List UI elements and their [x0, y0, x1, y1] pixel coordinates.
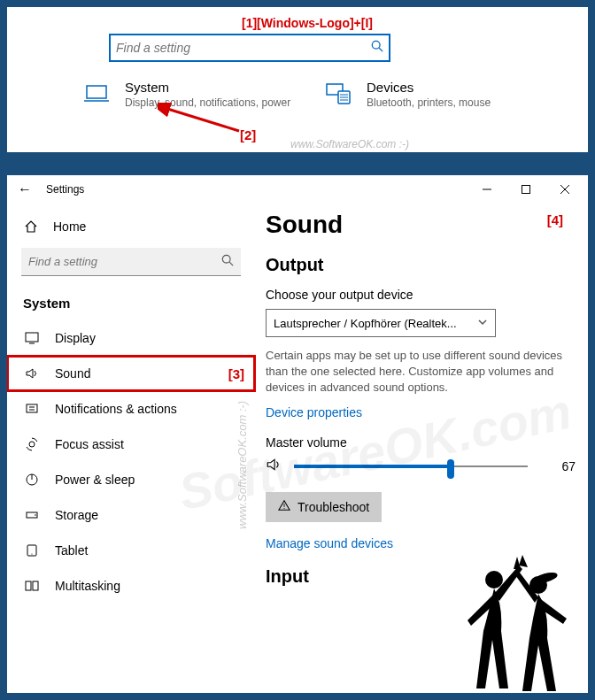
annotation-1: [1][Windows-Logo]+[I]: [242, 16, 373, 30]
svg-point-32: [485, 571, 503, 588]
annotation-3: [3]: [228, 366, 244, 381]
svg-rect-11: [522, 186, 530, 194]
category-title: System: [125, 80, 290, 95]
chevron-down-icon: [477, 317, 488, 330]
page-title: Sound: [266, 211, 576, 239]
sidebar-item-label: Multitasking: [55, 579, 120, 593]
power-icon: [23, 473, 41, 487]
multitasking-icon: [23, 579, 41, 593]
watermark-text: www.SoftwareOK.com :-): [290, 138, 409, 150]
maximize-button[interactable]: [506, 177, 545, 202]
sidebar: Home System Display Sound [3] Notificati…: [7, 204, 255, 693]
slider-thumb[interactable]: [447, 459, 454, 479]
svg-point-0: [372, 41, 380, 49]
speaker-icon: [266, 457, 282, 476]
volume-value: 67: [540, 459, 576, 473]
settings-window: ← Settings Home System: [7, 175, 588, 693]
sidebar-item-sound[interactable]: Sound [3]: [7, 356, 255, 391]
category-subtitle: Bluetooth, printers, mouse: [367, 96, 491, 111]
sidebar-item-notifications[interactable]: Notifications & actions: [7, 391, 255, 427]
settings-search-input[interactable]: [116, 41, 371, 55]
annotation-2: [2]: [240, 127, 256, 142]
close-button[interactable]: [545, 177, 584, 202]
back-button[interactable]: ←: [18, 181, 32, 197]
svg-rect-2: [87, 86, 106, 98]
window-title: Settings: [46, 183, 84, 196]
output-device-label: Choose your output device: [266, 288, 576, 302]
notifications-icon: [23, 402, 41, 416]
sidebar-item-focus[interactable]: Focus assist: [7, 427, 255, 462]
output-description: Certain apps may be set up to use differ…: [266, 348, 576, 396]
sidebar-item-tablet[interactable]: Tablet: [7, 533, 255, 568]
svg-line-1: [379, 48, 382, 51]
svg-rect-18: [27, 404, 37, 412]
sidebar-item-label: Notifications & actions: [55, 402, 177, 416]
sidebar-search-input[interactable]: [28, 255, 221, 268]
minimize-button[interactable]: [468, 177, 506, 202]
annotation-4: [4]: [547, 212, 563, 227]
svg-point-14: [222, 255, 230, 263]
svg-line-9: [165, 108, 239, 131]
display-icon: [23, 331, 41, 345]
sidebar-item-label: Display: [55, 331, 96, 345]
sidebar-item-power[interactable]: Power & sleep: [7, 462, 255, 497]
sidebar-home-label: Home: [53, 219, 86, 234]
search-icon: [371, 40, 383, 56]
watermark-vertical: www.SoftwareOK.com :-): [236, 401, 249, 529]
sidebar-item-multitasking[interactable]: Multitasking: [7, 568, 255, 604]
decorative-silhouette: [450, 542, 583, 693]
devices-icon: [322, 80, 354, 112]
section-output: Output: [266, 255, 576, 275]
svg-point-31: [283, 508, 284, 509]
sidebar-item-label: Storage: [55, 508, 98, 522]
sidebar-header: System: [7, 285, 255, 320]
volume-slider[interactable]: [294, 458, 528, 475]
svg-rect-16: [26, 333, 38, 342]
main-content: [4] Sound Output Choose your output devi…: [255, 204, 588, 693]
troubleshoot-button[interactable]: Troubleshoot: [266, 492, 382, 522]
settings-home-panel: [1][Windows-Logo]+[I] System Display, so…: [7, 7, 588, 152]
window-titlebar: ← Settings: [7, 175, 588, 204]
search-icon: [221, 254, 234, 270]
category-title: Devices: [367, 80, 491, 95]
settings-search-box[interactable]: [109, 34, 390, 62]
annotation-arrow: [158, 103, 246, 138]
home-icon: [23, 219, 39, 234]
master-volume-label: Master volume: [266, 435, 576, 450]
output-device-dropdown[interactable]: Lautsprecher / Kopfhörer (Realtek...: [266, 309, 496, 337]
sidebar-item-label: Sound: [55, 366, 90, 381]
svg-point-27: [31, 553, 32, 554]
svg-line-15: [229, 262, 233, 265]
sidebar-home[interactable]: Home: [7, 209, 255, 244]
sidebar-item-storage[interactable]: Storage: [7, 497, 255, 533]
tablet-icon: [23, 543, 41, 558]
sidebar-item-label: Power & sleep: [55, 473, 135, 487]
dropdown-value: Lautsprecher / Kopfhörer (Realtek...: [274, 317, 457, 330]
focus-icon: [23, 437, 41, 451]
storage-icon: [23, 508, 41, 522]
laptop-icon: [81, 80, 112, 112]
sidebar-item-label: Focus assist: [55, 437, 124, 451]
warning-icon: [278, 499, 290, 514]
svg-point-25: [35, 514, 36, 516]
sidebar-item-display[interactable]: Display: [7, 320, 255, 356]
sidebar-search[interactable]: [21, 248, 241, 276]
sidebar-item-label: Tablet: [55, 543, 88, 558]
svg-rect-28: [26, 581, 31, 590]
category-devices[interactable]: Devices Bluetooth, printers, mouse: [322, 80, 544, 112]
device-properties-link[interactable]: Device properties: [266, 405, 576, 419]
svg-point-21: [29, 442, 35, 447]
sound-icon: [23, 366, 41, 381]
svg-rect-29: [33, 581, 38, 590]
